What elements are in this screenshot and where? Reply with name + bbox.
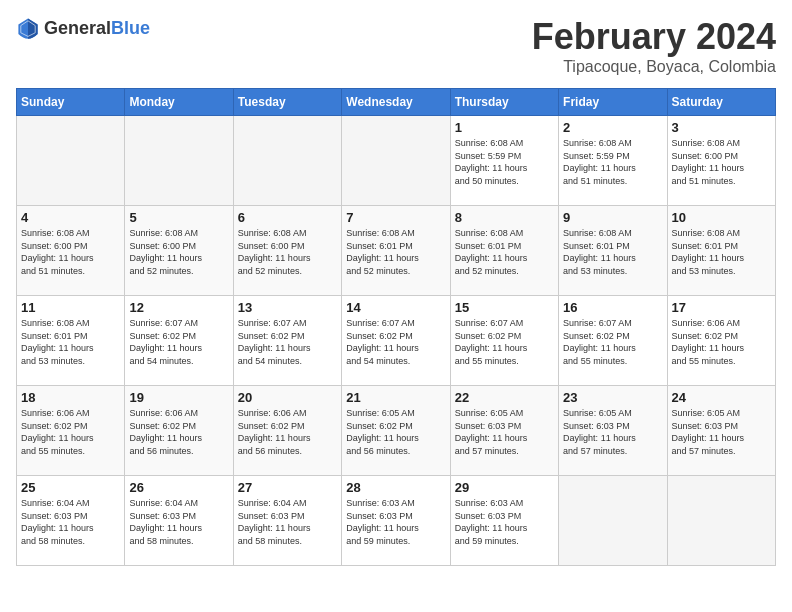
calendar-body: 1Sunrise: 6:08 AM Sunset: 5:59 PM Daylig… [17, 116, 776, 566]
day-info: Sunrise: 6:03 AM Sunset: 6:03 PM Dayligh… [346, 497, 445, 547]
day-info: Sunrise: 6:07 AM Sunset: 6:02 PM Dayligh… [129, 317, 228, 367]
day-info: Sunrise: 6:08 AM Sunset: 6:00 PM Dayligh… [21, 227, 120, 277]
day-info: Sunrise: 6:06 AM Sunset: 6:02 PM Dayligh… [21, 407, 120, 457]
day-number: 16 [563, 300, 662, 315]
header-thursday: Thursday [450, 89, 558, 116]
table-row: 17Sunrise: 6:06 AM Sunset: 6:02 PM Dayli… [667, 296, 775, 386]
calendar-week-row: 18Sunrise: 6:06 AM Sunset: 6:02 PM Dayli… [17, 386, 776, 476]
calendar-week-row: 1Sunrise: 6:08 AM Sunset: 5:59 PM Daylig… [17, 116, 776, 206]
table-row: 18Sunrise: 6:06 AM Sunset: 6:02 PM Dayli… [17, 386, 125, 476]
table-row [17, 116, 125, 206]
day-number: 9 [563, 210, 662, 225]
day-info: Sunrise: 6:07 AM Sunset: 6:02 PM Dayligh… [346, 317, 445, 367]
day-info: Sunrise: 6:08 AM Sunset: 5:59 PM Dayligh… [563, 137, 662, 187]
weekday-header-row: Sunday Monday Tuesday Wednesday Thursday… [17, 89, 776, 116]
day-number: 6 [238, 210, 337, 225]
day-number: 29 [455, 480, 554, 495]
table-row: 13Sunrise: 6:07 AM Sunset: 6:02 PM Dayli… [233, 296, 341, 386]
header-wednesday: Wednesday [342, 89, 450, 116]
day-info: Sunrise: 6:05 AM Sunset: 6:03 PM Dayligh… [455, 407, 554, 457]
table-row: 6Sunrise: 6:08 AM Sunset: 6:00 PM Daylig… [233, 206, 341, 296]
day-number: 12 [129, 300, 228, 315]
calendar-header: Sunday Monday Tuesday Wednesday Thursday… [17, 89, 776, 116]
table-row: 9Sunrise: 6:08 AM Sunset: 6:01 PM Daylig… [559, 206, 667, 296]
table-row: 21Sunrise: 6:05 AM Sunset: 6:02 PM Dayli… [342, 386, 450, 476]
calendar-table: Sunday Monday Tuesday Wednesday Thursday… [16, 88, 776, 566]
table-row: 23Sunrise: 6:05 AM Sunset: 6:03 PM Dayli… [559, 386, 667, 476]
day-info: Sunrise: 6:08 AM Sunset: 6:01 PM Dayligh… [455, 227, 554, 277]
day-info: Sunrise: 6:08 AM Sunset: 6:00 PM Dayligh… [672, 137, 771, 187]
table-row [667, 476, 775, 566]
day-number: 1 [455, 120, 554, 135]
day-info: Sunrise: 6:08 AM Sunset: 6:01 PM Dayligh… [21, 317, 120, 367]
day-info: Sunrise: 6:05 AM Sunset: 6:03 PM Dayligh… [563, 407, 662, 457]
table-row [233, 116, 341, 206]
table-row: 20Sunrise: 6:06 AM Sunset: 6:02 PM Dayli… [233, 386, 341, 476]
table-row: 11Sunrise: 6:08 AM Sunset: 6:01 PM Dayli… [17, 296, 125, 386]
day-info: Sunrise: 6:08 AM Sunset: 6:01 PM Dayligh… [672, 227, 771, 277]
table-row: 4Sunrise: 6:08 AM Sunset: 6:00 PM Daylig… [17, 206, 125, 296]
day-number: 15 [455, 300, 554, 315]
day-number: 4 [21, 210, 120, 225]
logo: GeneralBlue [16, 16, 150, 40]
day-number: 25 [21, 480, 120, 495]
table-row: 15Sunrise: 6:07 AM Sunset: 6:02 PM Dayli… [450, 296, 558, 386]
calendar-title: February 2024 [532, 16, 776, 58]
day-number: 19 [129, 390, 228, 405]
day-info: Sunrise: 6:08 AM Sunset: 6:00 PM Dayligh… [238, 227, 337, 277]
day-number: 28 [346, 480, 445, 495]
day-info: Sunrise: 6:06 AM Sunset: 6:02 PM Dayligh… [238, 407, 337, 457]
day-info: Sunrise: 6:04 AM Sunset: 6:03 PM Dayligh… [238, 497, 337, 547]
table-row: 25Sunrise: 6:04 AM Sunset: 6:03 PM Dayli… [17, 476, 125, 566]
day-number: 26 [129, 480, 228, 495]
calendar-week-row: 4Sunrise: 6:08 AM Sunset: 6:00 PM Daylig… [17, 206, 776, 296]
table-row: 26Sunrise: 6:04 AM Sunset: 6:03 PM Dayli… [125, 476, 233, 566]
table-row: 12Sunrise: 6:07 AM Sunset: 6:02 PM Dayli… [125, 296, 233, 386]
day-info: Sunrise: 6:06 AM Sunset: 6:02 PM Dayligh… [129, 407, 228, 457]
table-row [125, 116, 233, 206]
header-monday: Monday [125, 89, 233, 116]
day-number: 24 [672, 390, 771, 405]
header-tuesday: Tuesday [233, 89, 341, 116]
day-number: 3 [672, 120, 771, 135]
header-saturday: Saturday [667, 89, 775, 116]
day-number: 7 [346, 210, 445, 225]
table-row: 27Sunrise: 6:04 AM Sunset: 6:03 PM Dayli… [233, 476, 341, 566]
table-row [342, 116, 450, 206]
table-row: 5Sunrise: 6:08 AM Sunset: 6:00 PM Daylig… [125, 206, 233, 296]
table-row: 7Sunrise: 6:08 AM Sunset: 6:01 PM Daylig… [342, 206, 450, 296]
logo-general: General [44, 18, 111, 38]
header-sunday: Sunday [17, 89, 125, 116]
day-info: Sunrise: 6:04 AM Sunset: 6:03 PM Dayligh… [21, 497, 120, 547]
table-row [559, 476, 667, 566]
logo-blue: Blue [111, 18, 150, 38]
day-info: Sunrise: 6:07 AM Sunset: 6:02 PM Dayligh… [455, 317, 554, 367]
day-info: Sunrise: 6:07 AM Sunset: 6:02 PM Dayligh… [238, 317, 337, 367]
day-info: Sunrise: 6:06 AM Sunset: 6:02 PM Dayligh… [672, 317, 771, 367]
day-info: Sunrise: 6:05 AM Sunset: 6:03 PM Dayligh… [672, 407, 771, 457]
day-info: Sunrise: 6:08 AM Sunset: 6:01 PM Dayligh… [563, 227, 662, 277]
calendar-week-row: 25Sunrise: 6:04 AM Sunset: 6:03 PM Dayli… [17, 476, 776, 566]
day-number: 10 [672, 210, 771, 225]
day-info: Sunrise: 6:08 AM Sunset: 6:01 PM Dayligh… [346, 227, 445, 277]
header-friday: Friday [559, 89, 667, 116]
day-number: 20 [238, 390, 337, 405]
table-row: 16Sunrise: 6:07 AM Sunset: 6:02 PM Dayli… [559, 296, 667, 386]
day-number: 8 [455, 210, 554, 225]
day-number: 18 [21, 390, 120, 405]
table-row: 14Sunrise: 6:07 AM Sunset: 6:02 PM Dayli… [342, 296, 450, 386]
table-row: 28Sunrise: 6:03 AM Sunset: 6:03 PM Dayli… [342, 476, 450, 566]
day-info: Sunrise: 6:08 AM Sunset: 6:00 PM Dayligh… [129, 227, 228, 277]
title-section: February 2024 Tipacoque, Boyaca, Colombi… [532, 16, 776, 76]
day-info: Sunrise: 6:03 AM Sunset: 6:03 PM Dayligh… [455, 497, 554, 547]
table-row: 2Sunrise: 6:08 AM Sunset: 5:59 PM Daylig… [559, 116, 667, 206]
day-number: 11 [21, 300, 120, 315]
day-info: Sunrise: 6:05 AM Sunset: 6:02 PM Dayligh… [346, 407, 445, 457]
day-number: 17 [672, 300, 771, 315]
day-number: 14 [346, 300, 445, 315]
day-info: Sunrise: 6:07 AM Sunset: 6:02 PM Dayligh… [563, 317, 662, 367]
table-row: 10Sunrise: 6:08 AM Sunset: 6:01 PM Dayli… [667, 206, 775, 296]
table-row: 8Sunrise: 6:08 AM Sunset: 6:01 PM Daylig… [450, 206, 558, 296]
day-number: 13 [238, 300, 337, 315]
day-number: 27 [238, 480, 337, 495]
